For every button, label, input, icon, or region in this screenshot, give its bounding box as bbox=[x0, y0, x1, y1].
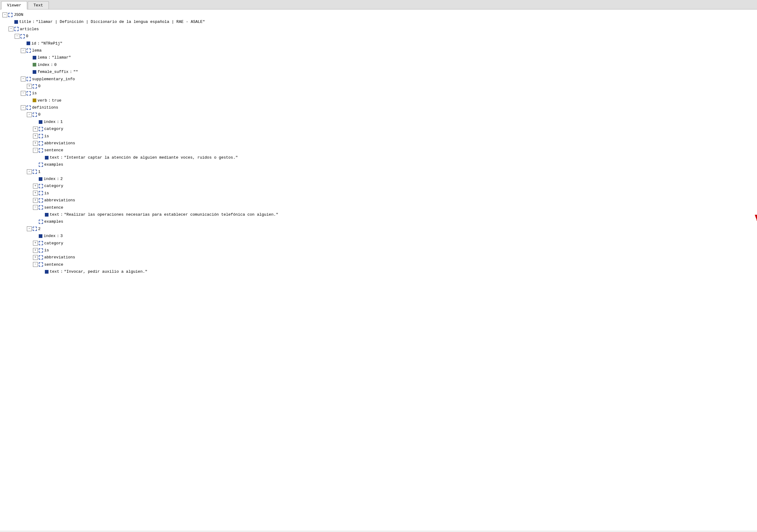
is-children: verb : true bbox=[21, 97, 755, 104]
def2-children: index : 3 category bbox=[27, 232, 755, 275]
defs-toggle[interactable] bbox=[21, 105, 26, 110]
def0-sentence-children: text : "Intentar captar la atención de a… bbox=[33, 154, 755, 161]
def2-sentence-icon bbox=[39, 262, 43, 267]
supp-label: supplementary_info bbox=[32, 76, 75, 83]
def0-category-toggle[interactable] bbox=[33, 127, 38, 132]
lema-row: lema bbox=[21, 47, 755, 54]
supp-0-icon bbox=[33, 84, 37, 88]
def2-abbrev-toggle[interactable] bbox=[33, 255, 38, 260]
lema-female-icon bbox=[33, 70, 36, 74]
def0-is-icon bbox=[39, 134, 43, 138]
def0-sentence-text-key: text bbox=[50, 154, 59, 161]
def2-abbrev-label: abbreviations bbox=[44, 254, 75, 261]
lema-toggle[interactable] bbox=[21, 48, 26, 53]
def2-category-toggle[interactable] bbox=[33, 241, 38, 246]
lema-obj-icon bbox=[27, 48, 31, 53]
id-value: "NTReP1j" bbox=[41, 40, 62, 47]
def2-sentence-label: sentence bbox=[44, 261, 63, 268]
lema-index-icon bbox=[33, 63, 36, 67]
def2-index-row: index : 3 bbox=[33, 232, 755, 239]
def1-sentence-row: sentence bbox=[33, 204, 755, 211]
def0-sentence-text-icon bbox=[45, 156, 48, 160]
lema-children: lema : "llamar" index : 0 bbox=[21, 54, 755, 75]
supp-0-label: 0 bbox=[38, 83, 41, 90]
lema-mema-row: lema : "llamar" bbox=[27, 54, 755, 61]
def1-examples-icon bbox=[39, 220, 43, 224]
def1-sentence-text-row: text : "Realizar las operaciones necesar… bbox=[39, 211, 755, 218]
def1-children: index : 2 category bbox=[27, 175, 755, 225]
def1-sentence-text-key: text bbox=[50, 211, 59, 218]
defs-children: 0 index : 1 bbox=[21, 111, 755, 275]
def0-sentence-text-row: text : "Intentar captar la atención de a… bbox=[39, 154, 755, 161]
supp-0-toggle[interactable] bbox=[27, 84, 32, 89]
root-toggle[interactable] bbox=[2, 13, 7, 17]
content-area: JSON title : "llamar | Definición | Dicc… bbox=[0, 10, 757, 530]
supp-row: supplementary_info bbox=[21, 76, 755, 83]
def0-sentence-toggle[interactable] bbox=[33, 148, 38, 153]
def1-is-icon bbox=[39, 191, 43, 195]
def1-sentence-icon bbox=[39, 205, 43, 210]
def1-abbrev-row: abbreviations bbox=[33, 197, 755, 204]
lema-index-key: index bbox=[38, 61, 49, 68]
def2-category-row: category bbox=[33, 240, 755, 247]
def1-category-toggle[interactable] bbox=[33, 184, 38, 189]
def1-sentence-text-icon bbox=[45, 213, 48, 217]
item0-toggle[interactable] bbox=[15, 34, 19, 39]
def0-obj-icon bbox=[33, 112, 37, 117]
supp-0-row: 0 bbox=[27, 83, 755, 90]
articles-children: 0 id : "NTReP1j" bbox=[9, 33, 755, 275]
def0-toggle[interactable] bbox=[27, 112, 32, 117]
def1-examples-label: examples bbox=[44, 218, 63, 225]
def2-sentence-toggle[interactable] bbox=[33, 262, 38, 267]
def2-abbrev-row: abbreviations bbox=[33, 254, 755, 261]
def0-is-toggle[interactable] bbox=[33, 133, 38, 138]
supp-children: 0 bbox=[21, 83, 755, 90]
articles-arr-icon bbox=[14, 27, 18, 31]
json-tree: JSON title : "llamar | Definición | Dicc… bbox=[2, 11, 755, 275]
def0-abbrev-row: abbreviations bbox=[33, 140, 755, 147]
lema-mema-key: lema bbox=[38, 54, 47, 61]
def1-index-row: index : 2 bbox=[33, 175, 755, 182]
def1-is-row: is bbox=[33, 190, 755, 197]
def1-index-value: 2 bbox=[60, 175, 63, 182]
def2-row: 2 bbox=[27, 225, 755, 232]
def0-label: 0 bbox=[38, 111, 41, 118]
articles-toggle[interactable] bbox=[9, 27, 14, 31]
def2-index-key: index bbox=[44, 232, 55, 239]
def1-category-icon bbox=[39, 184, 43, 188]
lema-label: lema bbox=[32, 47, 42, 54]
def1-is-toggle[interactable] bbox=[33, 191, 38, 195]
def2-toggle[interactable] bbox=[27, 226, 32, 231]
tab-bar: Viewer Text bbox=[0, 0, 757, 10]
def2-label: 2 bbox=[38, 225, 41, 232]
is-obj-icon bbox=[27, 91, 31, 96]
id-row: id : "NTReP1j" bbox=[21, 40, 755, 47]
verb-key: verb bbox=[38, 97, 47, 104]
is-toggle[interactable] bbox=[21, 91, 26, 96]
lema-female-value: "" bbox=[73, 68, 78, 75]
def2-obj-icon bbox=[33, 227, 37, 231]
def1-sentence-toggle[interactable] bbox=[33, 205, 38, 210]
articles-label: articles bbox=[20, 26, 39, 33]
tab-text[interactable]: Text bbox=[28, 1, 49, 9]
id-str-icon bbox=[27, 42, 30, 45]
def1-abbrev-toggle[interactable] bbox=[33, 198, 38, 203]
def1-abbrev-icon bbox=[39, 198, 43, 203]
verb-value: true bbox=[52, 97, 61, 104]
def2-sentence-text-icon bbox=[45, 270, 48, 274]
def1-examples-row: examples bbox=[33, 218, 755, 225]
def0-abbrev-toggle[interactable] bbox=[33, 141, 38, 146]
def0-category-label: category bbox=[44, 125, 63, 133]
root-label: JSON bbox=[14, 11, 23, 18]
def0-is-row: is bbox=[33, 133, 755, 140]
def2-is-toggle[interactable] bbox=[33, 248, 38, 253]
def1-sentence-children: text : "Realizar las operaciones necesar… bbox=[33, 211, 755, 218]
tab-viewer[interactable]: Viewer bbox=[1, 1, 27, 10]
lema-mema-icon bbox=[33, 56, 36, 59]
supp-toggle[interactable] bbox=[21, 76, 26, 81]
def1-toggle[interactable] bbox=[27, 169, 32, 174]
lema-female-key: female_suffix bbox=[38, 68, 68, 75]
def0-children: index : 1 category bbox=[27, 118, 755, 168]
def0-abbrev-icon bbox=[39, 141, 43, 145]
def0-examples-label: examples bbox=[44, 161, 63, 168]
